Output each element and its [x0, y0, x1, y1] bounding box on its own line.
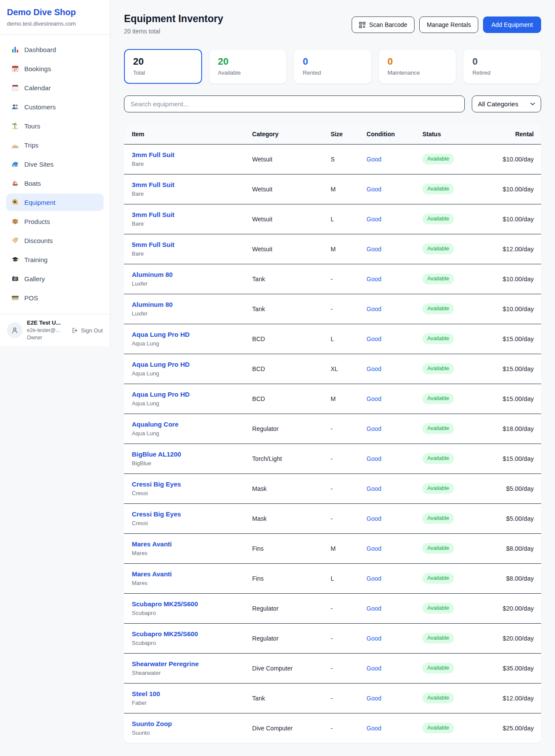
item-name-link[interactable]: 5mm Full Suit	[132, 240, 245, 249]
table-row: BigBlue AL1200 BigBlue Torch/Light - Goo…	[124, 444, 541, 473]
condition-link[interactable]: Good	[366, 605, 381, 612]
item-rental: $18.00/day	[478, 414, 541, 444]
sidebar-item-calendar[interactable]: Calendar	[6, 79, 104, 96]
item-rental: $10.00/day	[478, 204, 541, 234]
sidebar-item-label: Gallery	[24, 275, 45, 283]
sidebar-item-products[interactable]: Products	[6, 213, 104, 230]
item-name-link[interactable]: Suunto Zoop	[132, 720, 245, 728]
item-size: -	[323, 503, 359, 533]
condition-link[interactable]: Good	[366, 156, 381, 163]
stat-card-total[interactable]: 20 Total	[124, 49, 202, 84]
sidebar-item-dive-sites[interactable]: Dive Sites	[6, 155, 104, 173]
item-category: Dive Computer	[245, 713, 323, 743]
condition-link[interactable]: Good	[366, 216, 381, 223]
condition-link[interactable]: Good	[366, 545, 381, 552]
item-name-link[interactable]: Steel 100	[132, 690, 245, 698]
item-category: Tank	[245, 294, 323, 324]
sidebar-item-discounts[interactable]: Discounts	[6, 232, 104, 249]
stat-label: Retired	[472, 69, 532, 76]
sidebar-item-bookings[interactable]: 17 Bookings	[6, 60, 104, 77]
sidebar-item-label: Trips	[24, 141, 39, 149]
sidebar-item-tours[interactable]: Tours	[6, 117, 104, 135]
item-brand: Bare	[132, 190, 245, 197]
sidebar-item-boats[interactable]: Boats	[6, 174, 104, 192]
status-badge: Available	[422, 423, 454, 434]
sidebar-nav: Dashboard 17 Bookings Calendar Customers…	[0, 35, 110, 314]
item-name-link[interactable]: 3mm Full Suit	[132, 210, 245, 219]
item-name-link[interactable]: Scubapro MK25/S600	[132, 630, 245, 638]
sidebar-item-equipment[interactable]: Equipment	[6, 194, 104, 211]
condition-link[interactable]: Good	[366, 515, 381, 522]
manage-rentals-label: Manage Rentals	[427, 21, 471, 28]
item-name-link[interactable]: Mares Avanti	[132, 570, 245, 579]
item-name-link[interactable]: 3mm Full Suit	[132, 181, 245, 189]
item-brand: Cressi	[132, 490, 245, 497]
category-select[interactable]: All Categories	[472, 95, 541, 112]
column-header-rental: Rental	[478, 125, 541, 144]
sidebar-user-section: E2E Test U... e2e-tester@... Owner Sign …	[0, 314, 110, 346]
item-size: L	[323, 563, 359, 593]
table-row: Mares Avanti Mares Fins L Good Available…	[124, 563, 541, 593]
condition-link[interactable]: Good	[366, 635, 381, 642]
sidebar-item-dashboard[interactable]: Dashboard	[6, 41, 104, 58]
condition-link[interactable]: Good	[366, 575, 381, 582]
condition-link[interactable]: Good	[366, 276, 381, 283]
item-category: Mask	[245, 473, 323, 503]
item-name-link[interactable]: Cressi Big Eyes	[132, 510, 245, 519]
condition-link[interactable]: Good	[366, 306, 381, 312]
sidebar-header: Demo Dive Shop demo.test.divestreams.com	[0, 0, 110, 35]
sign-out-button[interactable]: Sign Out	[72, 327, 103, 334]
status-badge: Available	[422, 363, 454, 374]
condition-link[interactable]: Good	[366, 335, 381, 342]
item-rental: $12.00/day	[478, 234, 541, 264]
status-badge: Available	[422, 273, 454, 284]
manage-rentals-button[interactable]: Manage Rentals	[419, 16, 478, 33]
sidebar-item-training[interactable]: Training	[6, 251, 104, 268]
item-rental: $10.00/day	[478, 144, 541, 174]
add-equipment-button[interactable]: Add Equipment	[483, 16, 541, 33]
sidebar-item-gallery[interactable]: Gallery	[6, 270, 104, 287]
user-role: Owner	[27, 335, 67, 341]
table-row: Cressi Big Eyes Cressi Mask - Good Avail…	[124, 503, 541, 533]
sidebar-item-pos[interactable]: POS	[6, 289, 104, 306]
condition-link[interactable]: Good	[366, 485, 381, 492]
scan-barcode-button[interactable]: Scan Barcode	[352, 16, 415, 33]
status-badge: Available	[422, 184, 454, 194]
item-rental: $5.00/day	[478, 473, 541, 503]
item-name-link[interactable]: Aqualung Core	[132, 420, 245, 429]
item-name-link[interactable]: Aluminum 80	[132, 300, 245, 309]
stat-card-maintenance[interactable]: 0 Maintenance	[379, 49, 457, 84]
item-name-link[interactable]: Scubapro MK25/S600	[132, 600, 245, 608]
condition-link[interactable]: Good	[366, 425, 381, 432]
item-name-link[interactable]: Cressi Big Eyes	[132, 480, 245, 489]
item-name-link[interactable]: Mares Avanti	[132, 540, 245, 549]
condition-link[interactable]: Good	[366, 246, 381, 253]
condition-link[interactable]: Good	[366, 665, 381, 672]
item-name-link[interactable]: Aluminum 80	[132, 270, 245, 279]
item-name-link[interactable]: Shearwater Peregrine	[132, 660, 245, 668]
equipment-icon	[11, 198, 19, 206]
item-name-link[interactable]: Aqua Lung Pro HD	[132, 330, 245, 339]
stat-card-available[interactable]: 20 Available	[209, 49, 287, 84]
sidebar-item-trips[interactable]: Trips	[6, 136, 104, 154]
condition-link[interactable]: Good	[366, 186, 381, 193]
condition-link[interactable]: Good	[366, 395, 381, 402]
search-input[interactable]	[124, 95, 465, 112]
item-category: Regulator	[245, 414, 323, 444]
item-category: Dive Computer	[245, 653, 323, 683]
item-name-link[interactable]: BigBlue AL1200	[132, 450, 245, 459]
item-size: L	[323, 324, 359, 354]
item-name-link[interactable]: 3mm Full Suit	[132, 151, 245, 159]
stat-card-rented[interactable]: 0 Rented	[294, 49, 372, 84]
condition-link[interactable]: Good	[366, 695, 381, 702]
item-brand: BigBlue	[132, 460, 245, 467]
condition-link[interactable]: Good	[366, 365, 381, 372]
condition-link[interactable]: Good	[366, 725, 381, 732]
stat-card-retired[interactable]: 0 Retired	[463, 49, 541, 84]
item-name-link[interactable]: Aqua Lung Pro HD	[132, 360, 245, 369]
condition-link[interactable]: Good	[366, 455, 381, 462]
sidebar-item-customers[interactable]: Customers	[6, 98, 104, 115]
chevron-down-icon	[530, 102, 535, 105]
item-name-link[interactable]: Aqua Lung Pro HD	[132, 390, 245, 399]
item-size: -	[323, 473, 359, 503]
